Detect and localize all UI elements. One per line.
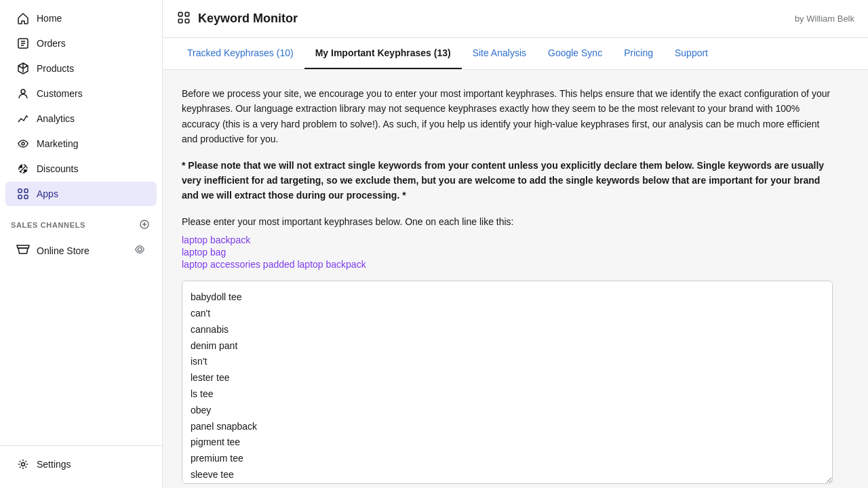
svg-rect-8 xyxy=(24,195,28,199)
analytics-icon xyxy=(16,112,30,125)
svg-point-11 xyxy=(22,463,25,466)
products-icon xyxy=(16,62,30,75)
sidebar-nav: Home Orders Products Customers Analytics xyxy=(0,0,162,445)
svg-rect-7 xyxy=(18,195,22,199)
sidebar-item-marketing[interactable]: Marketing xyxy=(5,131,157,156)
online-store-icon xyxy=(16,243,30,258)
tab-site-analysis[interactable]: Site Analysis xyxy=(462,38,537,69)
sidebar-item-discounts[interactable]: Discounts xyxy=(5,157,157,181)
customers-icon xyxy=(16,87,30,100)
app-by-label: by William Belk xyxy=(795,14,854,24)
tab-google-sync[interactable]: Google Sync xyxy=(537,38,613,69)
example-link-1[interactable]: laptop backpack xyxy=(182,235,849,245)
svg-rect-15 xyxy=(185,19,189,23)
app-header: Keyword Monitor by William Belk xyxy=(163,0,868,38)
sidebar-item-products[interactable]: Products xyxy=(5,56,157,81)
sales-channels-header: SALES CHANNELS xyxy=(0,207,162,237)
apps-icon xyxy=(16,187,30,201)
tab-tracked-keyphrases[interactable]: Tracked Keyphrases (10) xyxy=(176,38,304,69)
app-title: Keyword Monitor xyxy=(198,12,298,26)
svg-rect-6 xyxy=(24,189,28,192)
tabs-bar: Tracked Keyphrases (10) My Important Key… xyxy=(163,38,868,70)
orders-icon xyxy=(16,37,30,50)
sidebar-item-online-store[interactable]: Online Store xyxy=(5,237,157,264)
sidebar-item-customers[interactable]: Customers xyxy=(5,81,157,106)
online-store-visibility-icon[interactable] xyxy=(134,243,146,258)
sidebar: Home Orders Products Customers Analytics xyxy=(0,0,163,488)
sidebar-bottom: Settings xyxy=(0,445,162,488)
instruction-paragraph: Please enter your most important keyphra… xyxy=(182,214,833,229)
tab-important-keyphrases[interactable]: My Important Keyphrases (13) xyxy=(304,38,462,69)
sidebar-item-home[interactable]: Home xyxy=(5,6,157,30)
content-area: Before we process your site, we encourag… xyxy=(163,70,868,488)
description-paragraph: Before we process your site, we encourag… xyxy=(182,86,833,147)
example-link-2[interactable]: laptop bag xyxy=(182,247,849,258)
svg-point-3 xyxy=(20,166,22,168)
sidebar-item-orders[interactable]: Orders xyxy=(5,31,157,56)
warning-paragraph: * Please note that we will not extract s… xyxy=(182,158,833,203)
svg-rect-14 xyxy=(178,19,182,23)
settings-icon xyxy=(16,458,30,471)
svg-point-1 xyxy=(21,89,25,94)
example-links: laptop backpack laptop bag laptop access… xyxy=(182,235,849,270)
tab-pricing[interactable]: Pricing xyxy=(613,38,664,69)
example-link-3[interactable]: laptop accessories padded laptop backpac… xyxy=(182,259,849,270)
add-sales-channel-button[interactable] xyxy=(138,218,151,232)
marketing-icon xyxy=(16,137,30,150)
svg-point-10 xyxy=(138,247,141,251)
svg-rect-5 xyxy=(18,189,22,192)
svg-point-2 xyxy=(22,142,24,145)
sidebar-item-analytics[interactable]: Analytics xyxy=(5,106,157,131)
app-header-icon xyxy=(176,10,191,28)
home-icon xyxy=(16,12,30,25)
keyphrases-textarea[interactable] xyxy=(182,281,833,484)
tab-support[interactable]: Support xyxy=(664,38,719,69)
sidebar-item-apps[interactable]: Apps xyxy=(5,182,157,206)
sidebar-item-settings[interactable]: Settings xyxy=(5,452,157,476)
main-content: Keyword Monitor by William Belk Tracked … xyxy=(163,0,868,488)
discounts-icon xyxy=(16,162,30,176)
svg-rect-12 xyxy=(178,12,182,16)
svg-rect-13 xyxy=(185,12,189,16)
